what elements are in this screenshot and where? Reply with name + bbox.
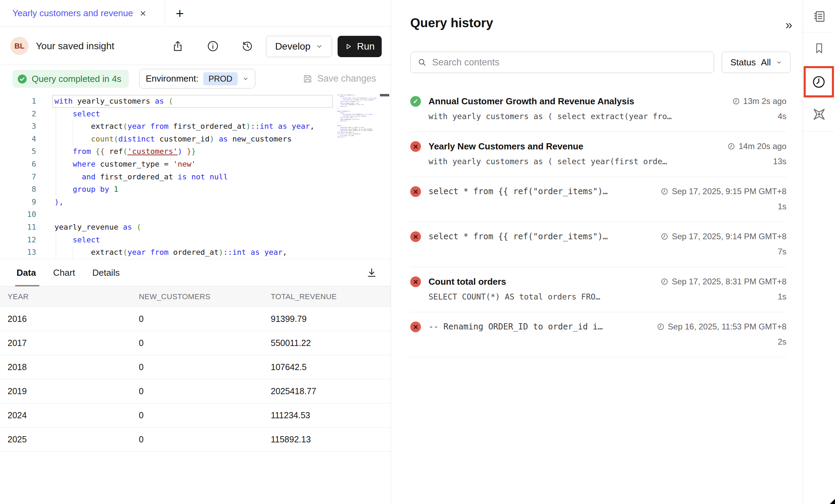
success-status-icon: ✓ [410, 96, 421, 107]
editor-panel: Yearly customers and revenue × + BL Your… [0, 0, 391, 504]
table-cell: 0 [139, 410, 271, 420]
share-button[interactable] [171, 39, 185, 53]
notebook-panel-button[interactable] [803, 8, 835, 25]
query-duration: 4s [771, 112, 786, 121]
editor-scrollbar[interactable] [380, 94, 389, 96]
code-line[interactable]: 8 group by 1 [0, 183, 391, 196]
code-line[interactable]: 3 extract(year from first_ordered_at)::i… [0, 120, 391, 133]
column-header-new-customers[interactable]: NEW_CUSTOMERS [139, 292, 271, 301]
table-cell: 0 [139, 338, 271, 348]
column-header-year[interactable]: YEAR [8, 292, 139, 301]
line-number: 5 [0, 145, 36, 158]
minimap[interactable]: with yearly_customers as ( select extrac… [337, 94, 379, 256]
rail-divider [803, 131, 835, 132]
query-title: Annual Customer Growth and Revenue Analy… [429, 96, 634, 107]
query-history-item[interactable]: ×-- Renaming ORDER_ID to order_id i…Sep … [410, 312, 786, 357]
chevron-down-icon [316, 43, 323, 50]
history-clock-icon [811, 74, 826, 90]
clock-icon [660, 187, 669, 196]
code-line[interactable]: 1with yearly_customers as ( [0, 95, 391, 108]
query-duration: 1s [771, 202, 786, 211]
active-tab-underline [15, 285, 39, 286]
info-button[interactable] [206, 39, 220, 53]
tab-close-icon[interactable]: × [140, 8, 146, 19]
version-history-button[interactable] [240, 39, 254, 53]
query-status-badge: Query completed in 4s [12, 70, 129, 88]
tab-bar: Yearly customers and revenue × + [0, 0, 391, 27]
run-button[interactable]: Run [338, 36, 382, 57]
save-changes-label: Save changes [317, 73, 376, 84]
query-time: Sep 17, 2025, 9:15 PM GMT+8 [653, 187, 786, 196]
status-filter-value: All [761, 57, 771, 68]
code-line[interactable]: 11yearly_revenue as ( [0, 221, 391, 234]
line-number: 3 [0, 120, 36, 133]
query-history-item[interactable]: ×select * from {{ ref("order_items")…Sep… [410, 222, 786, 267]
develop-dropdown[interactable]: Develop [266, 36, 332, 57]
query-history-item[interactable]: ×select * from {{ ref("order_items")…Sep… [410, 177, 786, 222]
save-icon [302, 74, 313, 84]
code-line[interactable]: 5 from {{ ref('customers') }} [0, 145, 391, 158]
environment-selector[interactable]: Environment: PROD [139, 69, 255, 88]
rail-divider [803, 32, 835, 32]
bookmark-icon [813, 42, 826, 55]
download-icon [366, 267, 378, 279]
table-row[interactable]: 20250115892.13 [0, 428, 391, 452]
line-number: 2 [0, 108, 36, 120]
query-history-item[interactable]: ×Yearly New Customers and Revenue14m 20s… [410, 132, 786, 177]
code-line[interactable]: 9), [0, 196, 391, 209]
tab-chart[interactable]: Chart [53, 267, 75, 278]
query-history-panel-button[interactable] [804, 66, 834, 97]
query-duration: 2s [771, 337, 786, 347]
tab-details[interactable]: Details [92, 267, 120, 278]
search-input[interactable] [432, 57, 707, 68]
table-cell: 2018 [8, 362, 139, 372]
status-filter-label: Status [730, 57, 756, 68]
code-line[interactable]: 12 select [0, 234, 391, 246]
tab-yearly-customers-and-revenue[interactable]: Yearly customers and revenue × [0, 0, 146, 27]
query-title: -- Renaming ORDER_ID to order_id i… [429, 322, 603, 332]
query-time: 14m 20s ago [720, 141, 786, 151]
tab-title: Yearly customers and revenue [12, 8, 133, 19]
column-header-total-revenue[interactable]: TOTAL_REVENUE [271, 292, 391, 301]
clock-icon [660, 232, 669, 241]
table-cell: 550011.22 [271, 338, 391, 348]
search-icon [418, 57, 427, 67]
clock-icon [660, 277, 669, 286]
code-line[interactable]: 2 select [0, 108, 391, 120]
save-changes-button[interactable]: Save changes [302, 65, 376, 92]
play-icon [344, 43, 352, 50]
sql-editor[interactable]: 1with yearly_customers as (2 select3 ext… [0, 92, 391, 259]
table-row[interactable]: 20170550011.22 [0, 331, 391, 355]
status-row: Query completed in 4s Environment: PROD … [0, 65, 391, 92]
new-tab-button[interactable]: + [171, 0, 189, 27]
query-history-item[interactable]: ✓Annual Customer Growth and Revenue Anal… [410, 87, 786, 132]
code-line[interactable]: 4 count(distinct customer_id) as new_cus… [0, 133, 391, 146]
table-row[interactable]: 20240111234.53 [0, 403, 391, 428]
download-button[interactable] [366, 267, 378, 279]
code-line[interactable]: 7 and first_ordered_at is not null [0, 171, 391, 183]
query-history-item[interactable]: ×Count total ordersSep 17, 2025, 8:31 PM… [410, 267, 786, 312]
lineage-panel-button[interactable] [803, 105, 835, 123]
insight-header: BL Your saved insight Develop Run [0, 27, 391, 65]
code-line[interactable]: 10 [0, 208, 391, 221]
error-status-icon: × [410, 231, 421, 242]
query-duration: 7s [771, 247, 786, 256]
query-history-list: ✓Annual Customer Growth and Revenue Anal… [410, 87, 786, 357]
bookmarks-panel-button[interactable] [803, 40, 835, 56]
window-resize-handle[interactable] [830, 499, 835, 504]
tab-data[interactable]: Data [17, 267, 36, 278]
environment-value: PROD [203, 72, 237, 85]
table-row[interactable]: 201902025418.77 [0, 379, 391, 403]
table-row[interactable]: 20180107642.5 [0, 355, 391, 379]
table-cell: 0 [139, 362, 271, 372]
code-line[interactable]: 13 extract(year from ordered_at)::int as… [0, 246, 391, 259]
code-line[interactable]: 6 where customer_type = 'new' [0, 158, 391, 171]
collapse-panel-button[interactable]: » [785, 18, 792, 32]
share-icon [172, 40, 184, 52]
table-body: 2016091399.7920170550011.2220180107642.5… [0, 307, 391, 452]
table-row[interactable]: 2016091399.79 [0, 307, 391, 331]
query-title: Count total orders [429, 276, 506, 287]
query-snippet: SELECT COUNT(*) AS total_orders FRO… [429, 292, 600, 301]
error-status-icon: × [410, 322, 421, 332]
status-filter-dropdown[interactable]: Status All [722, 52, 791, 73]
